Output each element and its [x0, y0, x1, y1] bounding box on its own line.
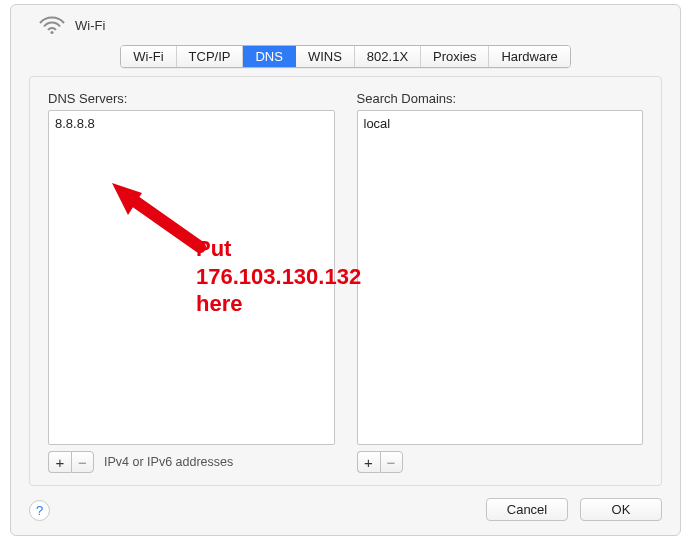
tab-wins[interactable]: WINS — [296, 46, 355, 67]
search-domains-label: Search Domains: — [357, 91, 644, 106]
cancel-button[interactable]: Cancel — [486, 498, 568, 521]
search-domains-add-button[interactable]: + — [357, 451, 380, 473]
window-title: Wi-Fi — [75, 18, 105, 33]
search-domains-list-controls: + − — [357, 451, 644, 473]
search-domains-list[interactable]: local — [357, 110, 644, 445]
dns-add-button[interactable]: + — [48, 451, 71, 473]
titlebar: Wi-Fi — [11, 5, 680, 41]
dns-hint: IPv4 or IPv6 addresses — [104, 455, 233, 469]
search-domains-column: Search Domains: local + − — [357, 91, 644, 473]
tab-tcpip[interactable]: TCP/IP — [177, 46, 244, 67]
tab-8021x[interactable]: 802.1X — [355, 46, 421, 67]
tab-wifi[interactable]: Wi-Fi — [121, 46, 176, 67]
dns-servers-list[interactable]: 8.8.8.8 — [48, 110, 335, 445]
tab-proxies[interactable]: Proxies — [421, 46, 489, 67]
dns-servers-column: DNS Servers: 8.8.8.8 + − IPv4 or IPv6 ad… — [48, 91, 335, 473]
dns-remove-button[interactable]: − — [71, 451, 94, 473]
wifi-icon — [39, 15, 65, 35]
list-item[interactable]: local — [364, 115, 637, 132]
svg-point-0 — [50, 31, 53, 34]
footer: Cancel OK — [11, 483, 680, 535]
dns-servers-label: DNS Servers: — [48, 91, 335, 106]
tab-dns[interactable]: DNS — [243, 46, 295, 67]
tab-hardware[interactable]: Hardware — [489, 46, 569, 67]
tab-bar: Wi-Fi TCP/IP DNS WINS 802.1X Proxies Har… — [11, 41, 680, 68]
dns-list-controls: + − IPv4 or IPv6 addresses — [48, 451, 335, 473]
ok-button[interactable]: OK — [580, 498, 662, 521]
tab-segmented-control: Wi-Fi TCP/IP DNS WINS 802.1X Proxies Har… — [120, 45, 571, 68]
dns-panel: DNS Servers: 8.8.8.8 + − IPv4 or IPv6 ad… — [29, 76, 662, 486]
list-item[interactable]: 8.8.8.8 — [55, 115, 328, 132]
search-domains-remove-button[interactable]: − — [380, 451, 403, 473]
network-dns-window: Wi-Fi Wi-Fi TCP/IP DNS WINS 802.1X Proxi… — [10, 4, 681, 536]
